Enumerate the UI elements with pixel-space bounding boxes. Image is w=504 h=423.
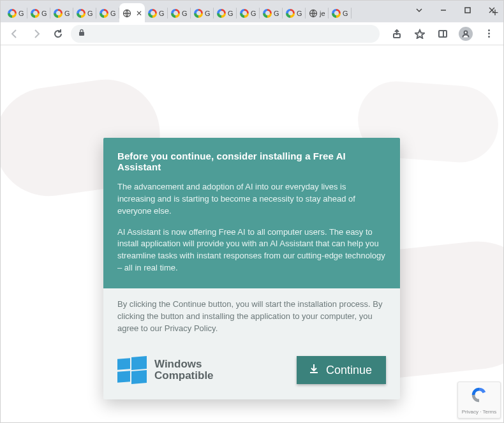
- tab-close-icon[interactable]: ✕: [136, 9, 142, 18]
- google-favicon-icon: [100, 9, 108, 18]
- compat-line1: Windows: [154, 359, 214, 371]
- windows-logo-icon: [117, 356, 147, 384]
- recaptcha-icon: [470, 385, 489, 407]
- svg-rect-8: [394, 34, 400, 38]
- browser-tab[interactable]: G: [214, 3, 237, 22]
- svg-point-12: [464, 31, 468, 34]
- window-controls: [410, 3, 501, 17]
- recaptcha-badge[interactable]: Privacy · Terms: [457, 382, 501, 419]
- share-icon[interactable]: [387, 25, 406, 43]
- continue-label: Continue: [326, 364, 372, 377]
- dialog-paragraph: AI Assistant is now offering Free AI to …: [117, 226, 386, 274]
- address-bar[interactable]: [71, 25, 380, 43]
- google-favicon-icon: [240, 9, 249, 18]
- install-dialog: Before you continue, consider installing…: [103, 138, 400, 399]
- tab-label: G: [87, 10, 93, 17]
- dialog-header: Before you continue, consider installing…: [103, 138, 400, 288]
- google-favicon-icon: [286, 9, 295, 18]
- profile-avatar[interactable]: [456, 25, 475, 43]
- google-favicon-icon: [148, 9, 157, 18]
- tab-label: G: [343, 10, 348, 17]
- tab-label: G: [159, 10, 165, 17]
- compat-line2: Compatible: [154, 370, 214, 382]
- browser-tab[interactable]: G: [237, 3, 260, 22]
- minimize-button[interactable]: [434, 3, 452, 17]
- browser-tab[interactable]: G: [50, 3, 73, 22]
- tab-label: G: [205, 10, 211, 17]
- maximize-button[interactable]: [459, 3, 477, 17]
- avatar-icon: [459, 27, 473, 41]
- titlebar: GGGGG✕GGGGGGGjeG +: [1, 1, 503, 22]
- browser-tab[interactable]: je: [306, 3, 329, 22]
- close-button[interactable]: [483, 3, 501, 17]
- tab-label: G: [182, 10, 188, 17]
- browser-tab[interactable]: G: [96, 3, 119, 22]
- recaptcha-text: Privacy · Terms: [462, 409, 497, 415]
- kebab-menu[interactable]: [479, 25, 498, 43]
- continue-button[interactable]: Continue: [297, 356, 386, 384]
- forward-button[interactable]: [27, 25, 45, 43]
- toolbar-right: [387, 25, 498, 43]
- browser-tab[interactable]: G: [4, 3, 27, 22]
- browser-tab[interactable]: G: [27, 3, 50, 22]
- tab-label: G: [64, 10, 70, 17]
- google-favicon-icon: [54, 9, 63, 18]
- tab-label: G: [110, 10, 116, 17]
- tab-label: G: [228, 10, 233, 17]
- browser-tab[interactable]: G: [260, 3, 283, 22]
- google-favicon-icon: [194, 9, 203, 18]
- browser-tab[interactable]: G: [145, 3, 168, 22]
- compat-text: Windows Compatible: [154, 359, 214, 382]
- tab-label: G: [297, 10, 302, 17]
- svg-rect-6: [79, 32, 84, 36]
- tab-label: G: [251, 10, 256, 17]
- bookmark-icon[interactable]: [410, 25, 429, 43]
- globe-favicon-icon: [309, 9, 318, 18]
- tab-label: je: [320, 10, 325, 17]
- lock-icon: [77, 28, 86, 40]
- chevron-down-icon[interactable]: [410, 3, 428, 17]
- browser-tab[interactable]: G: [73, 3, 96, 22]
- browser-tab[interactable]: G: [283, 3, 306, 22]
- page-viewport: Before you continue, consider installing…: [1, 45, 503, 422]
- tab-label: G: [41, 10, 47, 17]
- google-favicon-icon: [31, 9, 40, 18]
- dialog-body: By clicking the Continue button, you wil…: [103, 288, 400, 349]
- dialog-footer: Windows Compatible Continue: [103, 348, 400, 399]
- browser-tab[interactable]: G: [168, 3, 191, 22]
- dialog-disclaimer: By clicking the Continue button, you wil…: [117, 299, 386, 335]
- back-button[interactable]: [6, 25, 24, 43]
- svg-rect-3: [465, 8, 470, 13]
- google-favicon-icon: [171, 9, 180, 18]
- google-favicon-icon: [332, 9, 341, 18]
- google-favicon-icon: [217, 9, 226, 18]
- google-favicon-icon: [77, 9, 85, 18]
- browser-tab[interactable]: G: [191, 3, 214, 22]
- tab-label: G: [274, 10, 279, 17]
- windows-compatible-badge: Windows Compatible: [117, 356, 214, 384]
- tab-label: G: [19, 10, 24, 17]
- browser-window: GGGGG✕GGGGGGGjeG +: [0, 0, 504, 423]
- browser-tab[interactable]: ✕: [119, 3, 145, 22]
- reload-button[interactable]: [49, 25, 67, 43]
- browser-tab[interactable]: G: [329, 3, 352, 22]
- google-favicon-icon: [263, 9, 272, 18]
- dialog-paragraph: The advancement and adoption of AI into …: [117, 181, 386, 218]
- globe-favicon-icon: [122, 9, 131, 18]
- svg-marker-9: [415, 30, 424, 38]
- toolbar: [1, 22, 503, 45]
- dialog-title: Before you continue, consider installing…: [117, 151, 386, 172]
- google-favicon-icon: [8, 9, 17, 18]
- side-panel-icon[interactable]: [433, 25, 452, 43]
- download-icon: [308, 363, 320, 378]
